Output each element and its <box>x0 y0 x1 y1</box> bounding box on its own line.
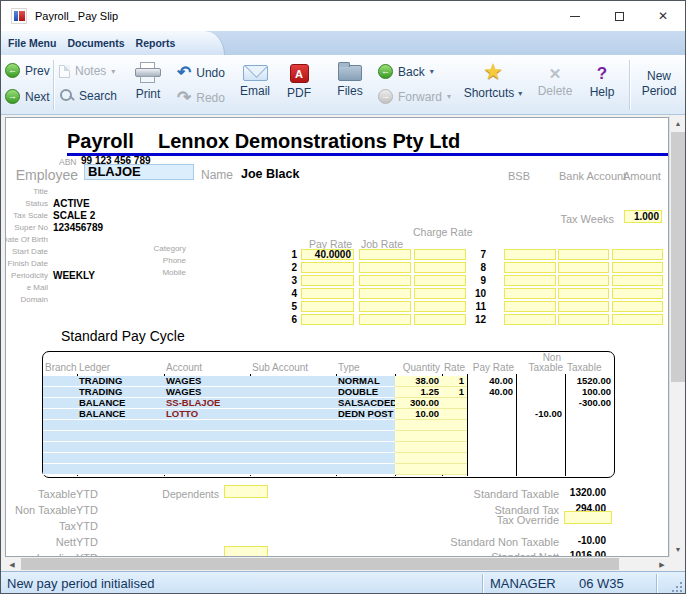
cell-quantity[interactable] <box>395 442 442 453</box>
loading-ytd-input[interactable] <box>224 546 268 557</box>
cell-sub_account[interactable] <box>250 409 336 420</box>
delete-button[interactable]: ✕ Delete <box>533 66 577 98</box>
cell-quantity[interactable]: 38.00 <box>395 376 442 387</box>
cell-branch[interactable] <box>43 453 77 464</box>
charge-rate-input[interactable] <box>612 314 663 325</box>
new-period-button[interactable]: New Period <box>633 69 685 99</box>
cell-sub_account[interactable] <box>250 442 336 453</box>
cell-branch[interactable] <box>43 442 77 453</box>
cell-ledger[interactable]: TRADING <box>77 387 164 398</box>
pay-rate-input[interactable] <box>301 275 354 286</box>
cell-quantity[interactable] <box>395 431 442 442</box>
menu-item-file-menu[interactable]: File Menu <box>8 37 56 49</box>
cell-sub_account[interactable] <box>250 387 336 398</box>
menu-item-reports[interactable]: Reports <box>136 37 176 49</box>
job-rate-input[interactable] <box>558 301 609 312</box>
job-rate-input[interactable] <box>558 249 609 260</box>
horizontal-scrollbar[interactable]: ◀ ▶ <box>5 557 669 571</box>
cell-ledger[interactable] <box>77 464 164 475</box>
cell-quantity[interactable]: 1.25 <box>395 387 442 398</box>
cell-ledger[interactable] <box>77 420 164 431</box>
job-rate-input[interactable] <box>359 249 411 260</box>
cell-sub_account[interactable] <box>250 464 336 475</box>
scroll-right-button[interactable]: ▶ <box>655 557 669 571</box>
cell-account[interactable]: WAGES <box>164 387 250 398</box>
cell-quantity[interactable]: 300.00 <box>395 398 442 409</box>
job-rate-input[interactable] <box>558 288 609 299</box>
cell-account[interactable] <box>164 442 250 453</box>
tax-weeks-input[interactable]: 1.000 <box>624 210 662 223</box>
charge-rate-input[interactable] <box>612 249 663 260</box>
job-rate-input[interactable] <box>558 314 609 325</box>
cell-type[interactable] <box>336 453 395 464</box>
cell-type[interactable]: NORMAL <box>336 376 395 387</box>
minimize-button[interactable] <box>553 1 597 31</box>
cell-type[interactable]: SALSACDED <box>336 398 395 409</box>
cell-type[interactable]: DEDN POST <box>336 409 395 420</box>
vertical-scroll-thumb[interactable] <box>671 132 685 382</box>
cell-rate[interactable] <box>442 431 467 442</box>
pay-rate-input[interactable]: 40.0000 <box>301 249 354 260</box>
cell-rate[interactable] <box>442 442 467 453</box>
cell-ledger[interactable] <box>77 442 164 453</box>
cell-account[interactable]: LOTTO <box>164 409 250 420</box>
cell-branch[interactable] <box>43 387 77 398</box>
job-rate-input[interactable] <box>359 262 411 273</box>
cell-quantity[interactable] <box>395 464 442 475</box>
cell-type[interactable] <box>336 464 395 475</box>
pdf-button[interactable]: A PDF <box>281 64 317 100</box>
job-rate-input[interactable] <box>359 314 411 325</box>
cell-rate[interactable] <box>442 453 467 464</box>
charge-rate-input[interactable] <box>612 275 663 286</box>
cell-branch[interactable] <box>43 420 77 431</box>
cell-rate[interactable]: 1 <box>442 387 467 398</box>
cell-account[interactable]: SS-BLAJOE <box>164 398 250 409</box>
help-button[interactable]: ? Help <box>583 65 621 99</box>
files-button[interactable]: Files <box>329 60 371 98</box>
pay-rate-input[interactable] <box>301 314 354 325</box>
undo-button[interactable]: ↶ Undo <box>177 64 225 81</box>
cell-ledger[interactable]: BALANCE <box>77 409 164 420</box>
employee-code-input[interactable]: BLAJOE <box>84 164 194 180</box>
cell-sub_account[interactable] <box>250 398 336 409</box>
search-button[interactable]: Search <box>59 88 117 103</box>
job-rate-input[interactable] <box>558 262 609 273</box>
next-button[interactable]: → Next <box>5 89 50 104</box>
cell-rate[interactable] <box>442 420 467 431</box>
prev-button[interactable]: ← Prev <box>5 63 50 78</box>
email-button[interactable]: Email <box>235 65 275 98</box>
pay-rate-input[interactable] <box>301 262 354 273</box>
cell-type[interactable]: DOUBLE <box>336 387 395 398</box>
charge-rate-input[interactable] <box>612 301 663 312</box>
horizontal-scroll-thumb[interactable] <box>21 558 619 570</box>
scroll-down-button[interactable]: ▼ <box>670 541 686 557</box>
tax-override-input[interactable] <box>564 511 612 524</box>
pay-rate-input[interactable] <box>504 249 556 260</box>
cell-account[interactable] <box>164 453 250 464</box>
pay-rate-input[interactable] <box>504 288 556 299</box>
notes-button[interactable]: Notes ▾ <box>59 64 115 78</box>
vertical-scrollbar[interactable]: ▲ ▼ <box>669 115 685 557</box>
pay-rate-input[interactable] <box>504 301 556 312</box>
cell-account[interactable] <box>164 464 250 475</box>
cell-account[interactable] <box>164 420 250 431</box>
cell-rate[interactable] <box>442 409 467 420</box>
cell-quantity[interactable] <box>395 420 442 431</box>
scroll-left-button[interactable]: ◀ <box>5 557 19 571</box>
job-rate-input[interactable] <box>558 275 609 286</box>
cell-sub_account[interactable] <box>250 431 336 442</box>
menu-item-documents[interactable]: Documents <box>67 37 124 49</box>
cell-rate[interactable]: 1 <box>442 376 467 387</box>
shortcuts-button[interactable]: ★ Shortcuts ▾ <box>457 61 529 100</box>
cell-rate[interactable] <box>442 464 467 475</box>
redo-button[interactable]: ↷ Redo <box>177 89 225 106</box>
cell-rate[interactable] <box>442 398 467 409</box>
print-button[interactable]: Print <box>129 62 167 101</box>
cell-ledger[interactable]: BALANCE <box>77 398 164 409</box>
cell-sub_account[interactable] <box>250 420 336 431</box>
cell-ledger[interactable] <box>77 453 164 464</box>
cell-branch[interactable] <box>43 376 77 387</box>
cell-branch[interactable] <box>43 464 77 475</box>
cell-account[interactable] <box>164 431 250 442</box>
cell-branch[interactable] <box>43 409 77 420</box>
